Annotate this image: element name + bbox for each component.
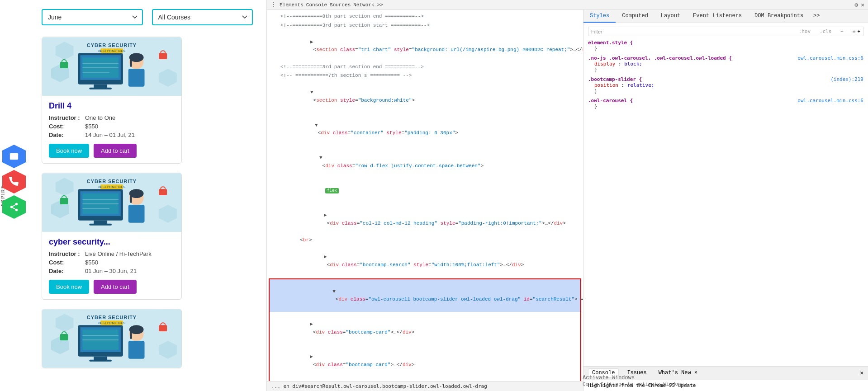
course-info-1: Drill 4 Instructor : One to One Cost: $5… [42,96,181,163]
svg-rect-11 [94,85,107,88]
email-icon [9,151,19,161]
code-line: <br> [267,236,583,245]
code-line[interactable]: ▼ <div class="container" style="padding:… [267,113,583,146]
svg-rect-65 [130,330,132,339]
style-val: relative; [627,82,655,88]
style-close-brace: } [594,88,598,94]
style-rule-nojs: .no-js .owl-carousel, .owl-carousel.owl-… [588,55,863,73]
add-to-cart-button-1[interactable]: Add to cart [94,144,137,158]
style-selector: .bootcamp-slider { [588,76,642,82]
devtools-nav-network[interactable]: Network [353,2,374,8]
course-cost-2: Cost: $550 [49,259,175,266]
add-to-cart-button-2[interactable]: Add to cart [94,280,137,294]
expand-icon[interactable]: ▶ [310,39,313,45]
styles-content: :hov .cls + ± + element.style { } .no-js… [583,23,868,366]
devtools-panel: ⋮ Elements Console Sources Network >> ⚙ … [266,0,868,391]
expand-icon[interactable]: ▼ [332,289,336,294]
course-listing: June All Courses [28,0,266,391]
styles-filter-bar: :hov .cls + ± + [588,27,863,36]
devtools-settings-icon[interactable]: ⚙ [854,1,858,9]
course-actions-1: Book now Add to cart [49,144,175,158]
devtools-nav-back[interactable]: Elements [280,2,304,8]
code-line[interactable]: ▶ <section class="tri-chart" style="back… [267,30,583,62]
svg-rect-43 [130,194,132,203]
svg-text:CYBER SECURITY: CYBER SECURITY [87,42,137,48]
devtools-menu[interactable]: ⋮ [270,1,277,9]
svg-point-0 [15,203,18,206]
devtools-nav-console[interactable]: Console [306,2,327,8]
share-button[interactable] [2,195,26,219]
console-close-icon[interactable]: ✕ [860,369,863,377]
tab-event-listeners[interactable]: Event Listeners [687,10,748,23]
html-code-view[interactable]: <!--==========8th part section end =====… [267,10,583,381]
expand-icon[interactable]: ▶ [324,212,327,218]
code-line[interactable]: ▶ <div class="bootcamp-search" style="wi… [267,245,583,278]
style-selector: element.style { [588,40,633,46]
tab-styles[interactable]: Styles [583,10,616,23]
course-actions-2: Book now Add to cart [49,280,175,294]
expand-icon[interactable]: ▼ [315,122,318,128]
svg-rect-63 [128,341,145,359]
svg-rect-18 [128,69,145,87]
code-line[interactable]: ▼ <div class="row d-flex justify-content… [267,146,583,179]
course-info-2: cyber security... Instructor : Live Onli… [42,232,181,299]
tab-computed[interactable]: Computed [616,10,655,23]
style-selector: .owl-carousel { [588,98,633,104]
code-line[interactable]: ▼ <section style="background:white"> [267,80,583,113]
book-now-button-1[interactable]: Book now [49,144,89,158]
devtools-close-icon[interactable]: ✕ [861,1,864,9]
share-icon [9,202,19,212]
flex-badge: flex [325,188,339,193]
code-line[interactable]: ▶ <div class="col-12 col-md-12 heading" … [267,203,583,236]
expand-icon[interactable]: ▶ [324,254,327,259]
cyber-illustration-1: CYBER SECURITY BEST PRACTICES [42,37,181,96]
devtools-breadcrumb: ... en div#searchResult.owl-carousel.boo… [267,381,583,391]
course-card-1: CYBER SECURITY BEST PRACTICES Drill 4 In… [42,37,182,164]
course-instructor-2: Instructor : Live Online / Hi-TechPark [49,250,175,257]
style-source[interactable]: owl.carousel.min.css:6 [797,98,863,104]
tab-dom-breakpoints[interactable]: DOM Breakpoints [748,10,810,23]
code-line[interactable]: ▶ <div class="bootcamp-card">…</div> [270,377,580,381]
code-line: <!--==========3rd part section start ===… [267,21,583,30]
tab-more[interactable]: >> [810,10,823,23]
styles-filter-input[interactable] [591,29,799,34]
svg-rect-57 [94,357,107,360]
style-val: block; [624,61,642,67]
style-source[interactable]: (index):219 [830,76,863,82]
code-line[interactable]: ▶ <div class="bootcamp-card">…</div> [270,312,580,344]
phone-button[interactable] [2,170,26,193]
month-filter[interactable]: June [42,9,143,25]
sidebar: ASPIRE [0,0,28,391]
devtools-nav-more[interactable]: >> [377,2,383,8]
course-image-3: CYBER SECURITY BEST PRACTICES [42,309,181,368]
svg-line-4 [13,205,15,207]
code-line: <!--==========3rd part section end =====… [267,63,583,72]
course-cost-1: Cost: $550 [49,123,175,130]
course-image-2: CYBER SECURITY BEST PRACTICES [42,173,181,232]
svg-line-3 [13,207,15,209]
tab-layout[interactable]: Layout [655,10,687,23]
svg-text:BEST PRACTICES: BEST PRACTICES [98,321,125,325]
new-style-icon[interactable]: + [857,28,860,34]
style-close-brace: } [594,67,598,73]
style-prop: position [594,82,618,88]
style-rule-owl: .owl-carousel { owl.carousel.min.css:6 } [588,98,863,109]
courses-filter[interactable]: All Courses [152,9,253,25]
code-line: <!-- ===========7th section s ==========… [267,71,583,80]
devtools-nav-sources[interactable]: Sources [330,2,351,8]
svg-text:BEST PRACTICES: BEST PRACTICES [98,49,125,52]
email-button[interactable] [2,145,26,168]
phone-icon [9,177,19,187]
svg-rect-58 [89,360,112,362]
course-image-1: CYBER SECURITY BEST PRACTICES [42,37,181,96]
course-card-3: CYBER SECURITY BEST PRACTICES [42,309,182,368]
code-line-selected[interactable]: ▼ <div class="owl-carousel1 bootcamp-sli… [270,279,580,312]
book-now-button-2[interactable]: Book now [49,280,89,294]
expand-icon[interactable]: ▶ [310,354,313,359]
style-source[interactable]: owl.carousel.min.css:6 [797,55,863,61]
course-date-1: Date: 14 Jun – 01 Jul, 21 [49,132,175,138]
expand-icon[interactable]: ▶ [310,321,313,327]
code-line[interactable]: ▶ <div class="bootcamp-card">…</div> [270,345,580,377]
expand-icon[interactable]: ▼ [319,155,323,160]
expand-icon[interactable]: ▼ [310,90,313,95]
